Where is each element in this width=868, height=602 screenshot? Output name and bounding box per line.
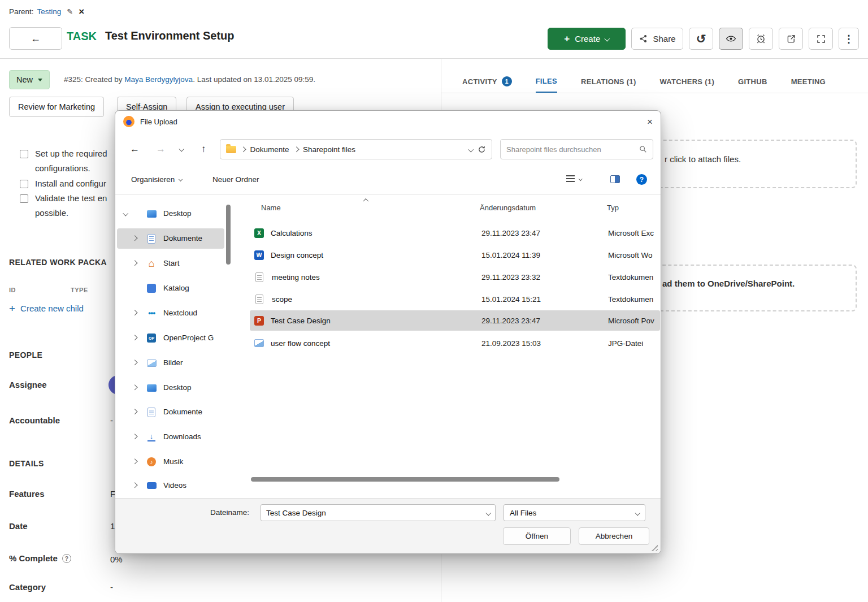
chevron-down-icon[interactable] bbox=[123, 211, 128, 216]
chevron-right-icon[interactable] bbox=[132, 335, 137, 340]
checklist-checkbox[interactable] bbox=[20, 194, 28, 203]
new-folder-button[interactable]: Neuer Ordner bbox=[212, 175, 259, 184]
file-row[interactable]: meeting notes 29.11.2023 23:32 Textdokum… bbox=[250, 267, 660, 287]
filename-input[interactable] bbox=[261, 509, 487, 517]
file-row[interactable]: Calculations 29.11.2023 23:47 Microsoft … bbox=[250, 223, 660, 243]
column-header-modified[interactable]: Änderungsdatum bbox=[480, 203, 536, 212]
checklist-checkbox[interactable] bbox=[20, 150, 28, 158]
breadcrumb-documents[interactable]: Dokumente bbox=[250, 145, 289, 154]
details-heading: DETAILS bbox=[9, 459, 44, 468]
nav-forward-icon[interactable]: → bbox=[156, 144, 166, 155]
activity-history-button[interactable]: ↺ bbox=[689, 28, 713, 50]
chevron-right-icon[interactable] bbox=[132, 385, 137, 390]
author-link[interactable]: Maya Berdygylyjova bbox=[124, 75, 193, 84]
share-label: Share bbox=[653, 34, 675, 44]
file-row-selected[interactable]: Test Case Design 29.11.2023 23:47 Micros… bbox=[250, 310, 660, 331]
tree-item-documents-folder[interactable]: Dokumente bbox=[117, 402, 224, 422]
text-file-icon bbox=[255, 272, 263, 282]
refresh-icon[interactable] bbox=[478, 145, 486, 154]
nav-up-icon[interactable]: ↑ bbox=[201, 144, 206, 155]
tab-github[interactable]: GITHUB bbox=[738, 70, 767, 93]
search-box[interactable] bbox=[500, 139, 653, 159]
column-header-name[interactable]: Name bbox=[261, 203, 281, 212]
organize-menu[interactable]: Organisieren bbox=[131, 175, 182, 184]
tab-files[interactable]: FILES bbox=[536, 70, 557, 93]
preview-pane-button[interactable] bbox=[610, 175, 620, 183]
create-new-child-link[interactable]: + Create new child bbox=[9, 303, 84, 314]
tree-item-nextcloud[interactable]: Nextcloud bbox=[117, 303, 224, 323]
address-bar[interactable]: Dokumente Sharepoint files bbox=[220, 139, 492, 159]
file-row[interactable]: scope 15.01.2024 15:21 Textdokumen bbox=[250, 289, 660, 309]
work-package-meta: #325: Created by Maya Berdygylyjova. Las… bbox=[64, 75, 315, 84]
chevron-right-icon[interactable] bbox=[132, 483, 137, 488]
tree-item-openproject[interactable]: OpenProject G bbox=[117, 328, 224, 348]
tab-watchers[interactable]: WATCHERS (1) bbox=[660, 70, 715, 93]
tree-item-music[interactable]: Musik bbox=[117, 452, 224, 472]
column-header-type[interactable]: Typ bbox=[607, 203, 619, 212]
fullscreen-button[interactable] bbox=[809, 28, 833, 50]
open-button[interactable]: Öffnen bbox=[503, 527, 571, 545]
tree-item-label: OpenProject G bbox=[163, 334, 214, 342]
help-button[interactable]: ? bbox=[636, 174, 647, 185]
breadcrumb-sharepoint-files[interactable]: Sharepoint files bbox=[303, 145, 355, 154]
checklist-checkbox[interactable] bbox=[20, 180, 28, 188]
tree-item-videos[interactable]: Videos bbox=[117, 475, 224, 496]
chevron-right-icon[interactable] bbox=[132, 236, 137, 241]
address-dropdown-chevron-icon[interactable] bbox=[468, 146, 473, 151]
chevron-right-icon[interactable] bbox=[132, 310, 137, 315]
parent-link[interactable]: Testing bbox=[37, 7, 62, 16]
word-file-icon bbox=[254, 250, 264, 260]
horizontal-scrollbar[interactable] bbox=[251, 477, 559, 482]
edit-parent-icon[interactable]: ✎ bbox=[67, 7, 73, 16]
filename-dropdown-chevron-icon[interactable] bbox=[485, 510, 491, 515]
filetype-dropdown-chevron-icon bbox=[635, 510, 640, 515]
back-button[interactable]: ← bbox=[9, 27, 62, 50]
file-row[interactable]: Design concept 15.01.2024 11:39 Microsof… bbox=[250, 245, 660, 265]
more-menu-button[interactable]: ⋮ bbox=[839, 28, 859, 50]
view-list-button[interactable] bbox=[566, 175, 582, 182]
vertical-scrollbar[interactable] bbox=[226, 205, 231, 265]
tree-item-katalog[interactable]: Katalog bbox=[117, 278, 224, 298]
chevron-right-icon[interactable] bbox=[132, 434, 137, 439]
dialog-title-bar[interactable]: File Upload × bbox=[115, 111, 661, 132]
percent-complete-value[interactable]: 0% bbox=[110, 555, 123, 564]
review-for-marketing-button[interactable]: Review for Marketing bbox=[9, 97, 104, 117]
chevron-right-icon[interactable] bbox=[132, 360, 137, 365]
dialog-close-icon[interactable]: × bbox=[647, 117, 653, 127]
search-input[interactable] bbox=[506, 145, 636, 154]
chevron-right-icon[interactable] bbox=[132, 261, 137, 266]
filename-field[interactable] bbox=[261, 504, 496, 521]
tree-item-downloads[interactable]: Downloads bbox=[117, 427, 224, 447]
share-button[interactable]: Share bbox=[631, 28, 683, 50]
help-icon[interactable]: ? bbox=[62, 554, 71, 563]
remove-parent-icon[interactable]: × bbox=[79, 7, 84, 16]
create-new-child-label: Create new child bbox=[20, 304, 84, 313]
create-button[interactable]: + Create bbox=[548, 28, 626, 50]
folder-icon bbox=[226, 146, 236, 153]
column-id: ID bbox=[9, 287, 16, 293]
filetype-select[interactable]: All Files bbox=[504, 504, 645, 521]
tab-activity[interactable]: ACTIVITY 1 bbox=[462, 70, 512, 93]
status-dropdown[interactable]: New bbox=[9, 70, 50, 89]
tree-item-desktop[interactable]: Desktop bbox=[117, 203, 224, 224]
cancel-button[interactable]: Abbrechen bbox=[579, 527, 649, 545]
nav-back-icon[interactable]: ← bbox=[130, 144, 140, 155]
tab-relations[interactable]: RELATIONS (1) bbox=[581, 70, 636, 93]
nav-recent-chevron-icon[interactable] bbox=[179, 146, 184, 151]
tree-item-documents[interactable]: Dokumente bbox=[117, 228, 224, 249]
reminder-button[interactable] bbox=[749, 28, 773, 50]
file-type: Microsoft Exc bbox=[608, 229, 654, 237]
accountable-value[interactable]: - bbox=[110, 415, 113, 425]
category-value[interactable]: - bbox=[110, 582, 113, 592]
file-row[interactable]: user flow concept 21.09.2023 15:03 JPG-D… bbox=[250, 333, 660, 353]
breadcrumb-chevron-icon bbox=[293, 146, 298, 151]
export-button[interactable] bbox=[779, 28, 803, 50]
tree-item-pictures[interactable]: Bilder bbox=[117, 353, 224, 373]
tree-item-start[interactable]: Start bbox=[117, 253, 224, 274]
tab-meeting[interactable]: MEETING bbox=[791, 70, 826, 93]
chevron-right-icon[interactable] bbox=[132, 459, 137, 464]
chevron-right-icon[interactable] bbox=[132, 409, 137, 414]
help-icon: ? bbox=[636, 174, 647, 185]
watch-button[interactable] bbox=[719, 28, 743, 50]
tree-item-desktop-folder[interactable]: Desktop bbox=[117, 378, 224, 398]
